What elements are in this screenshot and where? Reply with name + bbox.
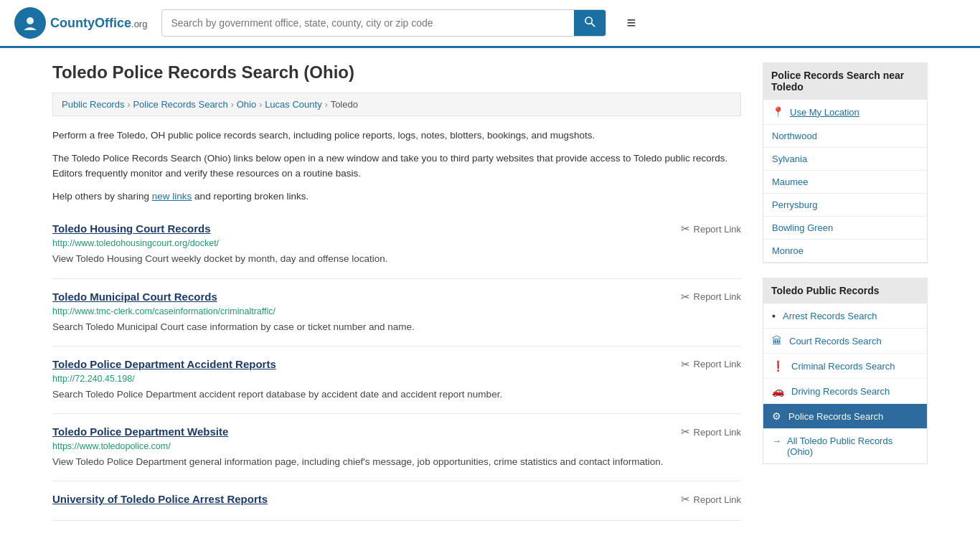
description-1: Perform a free Toledo, OH public police … (52, 128, 741, 143)
nearby-section-body: 📍 Use My Location Northwood Sylvania Mau… (763, 100, 928, 263)
breadcrumb-current: Toledo (331, 99, 358, 110)
svg-point-1 (27, 17, 34, 24)
public-records-title: Toledo Public Records (763, 278, 928, 303)
use-location-label: Use My Location (790, 107, 859, 118)
page-title: Toledo Police Records Search (Ohio) (52, 62, 741, 83)
report-icon-0: ✂ (681, 222, 690, 235)
search-input[interactable] (162, 11, 574, 34)
search-bar (161, 9, 606, 37)
public-records-label-4: Police Records Search (788, 411, 883, 422)
all-records-arrow-icon: → (772, 435, 781, 446)
nearby-city-3[interactable]: Perrysburg (763, 194, 927, 217)
nearby-section: Police Records Search near Toledo 📍 Use … (763, 62, 928, 263)
nearby-section-title: Police Records Search near Toledo (763, 62, 928, 100)
nearby-city-1[interactable]: Sylvania (763, 148, 927, 171)
all-records-label: All Toledo Public Records (Ohio) (787, 435, 918, 457)
result-header-1: Toledo Municipal Court Records ✂ Report … (52, 291, 741, 303)
breadcrumb-sep-0: › (127, 100, 130, 110)
result-title-0[interactable]: Toledo Housing Court Records (52, 222, 211, 235)
report-link-button-0[interactable]: ✂ Report Link (681, 222, 741, 235)
public-records-item-3[interactable]: 🚗 Driving Records Search (763, 379, 927, 404)
report-link-button-2[interactable]: ✂ Report Link (681, 358, 741, 371)
arrest-icon: ▪ (772, 310, 776, 321)
breadcrumb-link-3[interactable]: Lucas County (265, 99, 322, 110)
public-records-body: ▪ Arrest Records Search 🏛 Court Records … (763, 303, 928, 464)
result-item-3: Toledo Police Department Website ✂ Repor… (52, 414, 741, 481)
public-records-label-1: Court Records Search (789, 336, 882, 347)
public-records-item-1[interactable]: 🏛 Court Records Search (763, 329, 927, 354)
description-3: Help others by sharing new links and rep… (52, 189, 741, 204)
report-icon-4: ✂ (681, 493, 690, 506)
result-header-0: Toledo Housing Court Records ✂ Report Li… (52, 222, 741, 235)
result-url-2[interactable]: http://72.240.45.198/ (52, 374, 741, 384)
result-header-4: University of Toledo Police Arrest Repor… (52, 493, 741, 506)
breadcrumb-link-1[interactable]: Police Records Search (133, 99, 227, 110)
court-icon: 🏛 (772, 335, 782, 347)
public-records-label-2: Criminal Records Search (791, 361, 895, 372)
logo-text: CountyOffice.org (50, 16, 147, 30)
breadcrumb-sep-1: › (231, 100, 234, 110)
breadcrumb-link-2[interactable]: Ohio (237, 99, 256, 110)
svg-line-3 (592, 23, 595, 26)
results-list: Toledo Housing Court Records ✂ Report Li… (52, 211, 741, 521)
menu-button[interactable]: ≡ (621, 11, 641, 35)
logo[interactable]: CountyOffice.org (14, 7, 147, 39)
location-pin-icon: 📍 (772, 106, 784, 118)
header: CountyOffice.org ≡ (0, 0, 980, 48)
public-records-section: Toledo Public Records ▪ Arrest Records S… (763, 278, 928, 464)
content: Toledo Police Records Search (Ohio) Publ… (52, 62, 741, 521)
public-records-label-0: Arrest Records Search (783, 311, 877, 321)
result-item-0: Toledo Housing Court Records ✂ Report Li… (52, 211, 741, 278)
driving-icon: 🚗 (772, 385, 784, 397)
criminal-icon: ❗ (772, 360, 784, 372)
result-item-2: Toledo Police Department Accident Report… (52, 347, 741, 414)
main-wrapper: Toledo Police Records Search (Ohio) Publ… (38, 48, 942, 535)
nearby-city-5[interactable]: Monroe (763, 240, 927, 263)
breadcrumb: Public Records › Police Records Search ›… (52, 93, 741, 116)
report-link-button-4[interactable]: ✂ Report Link (681, 493, 741, 506)
result-desc-1: Search Toledo Municipal Court case infor… (52, 320, 741, 334)
breadcrumb-sep-2: › (259, 100, 262, 110)
result-header-3: Toledo Police Department Website ✂ Repor… (52, 425, 741, 438)
result-title-4[interactable]: University of Toledo Police Arrest Repor… (52, 493, 268, 505)
public-records-item-4[interactable]: ⚙ Police Records Search (763, 404, 927, 429)
result-desc-2: Search Toledo Police Department accident… (52, 387, 741, 402)
nearby-city-2[interactable]: Maumee (763, 171, 927, 194)
result-title-1[interactable]: Toledo Municipal Court Records (52, 291, 217, 303)
nearby-city-4[interactable]: Bowling Green (763, 217, 927, 240)
result-item-1: Toledo Municipal Court Records ✂ Report … (52, 279, 741, 347)
result-title-2[interactable]: Toledo Police Department Accident Report… (52, 358, 276, 370)
result-header-2: Toledo Police Department Accident Report… (52, 358, 741, 371)
result-desc-0: View Toledo Housing Court weekly docket … (52, 252, 741, 266)
new-links-link[interactable]: new links (152, 191, 192, 202)
description-2: The Toledo Police Records Search (Ohio) … (52, 151, 741, 182)
result-title-3[interactable]: Toledo Police Department Website (52, 425, 228, 438)
result-url-1[interactable]: http://www.tmc-clerk.com/caseinformation… (52, 306, 741, 316)
police-icon: ⚙ (772, 410, 781, 422)
report-icon-1: ✂ (681, 291, 690, 303)
report-icon-3: ✂ (681, 425, 690, 438)
nearby-city-0[interactable]: Northwood (763, 125, 927, 148)
report-icon-2: ✂ (681, 358, 690, 371)
result-item-4: University of Toledo Police Arrest Repor… (52, 481, 741, 521)
search-button[interactable] (574, 10, 606, 36)
result-url-3[interactable]: https://www.toledopolice.com/ (52, 441, 741, 451)
breadcrumb-link-0[interactable]: Public Records (62, 99, 124, 110)
public-records-item-0[interactable]: ▪ Arrest Records Search (763, 303, 927, 329)
public-records-label-3: Driving Records Search (791, 386, 890, 397)
all-records-link[interactable]: → All Toledo Public Records (Ohio) (763, 429, 927, 463)
result-url-0[interactable]: http://www.toledohousingcourt.org/docket… (52, 238, 741, 248)
public-records-item-2[interactable]: ❗ Criminal Records Search (763, 354, 927, 379)
report-link-button-1[interactable]: ✂ Report Link (681, 291, 741, 303)
sidebar: Police Records Search near Toledo 📍 Use … (763, 62, 928, 521)
report-link-button-3[interactable]: ✂ Report Link (681, 425, 741, 438)
use-location-item[interactable]: 📍 Use My Location (763, 100, 927, 125)
logo-icon (14, 7, 46, 39)
breadcrumb-sep-3: › (325, 100, 328, 110)
result-desc-3: View Toledo Police Department general in… (52, 455, 741, 469)
